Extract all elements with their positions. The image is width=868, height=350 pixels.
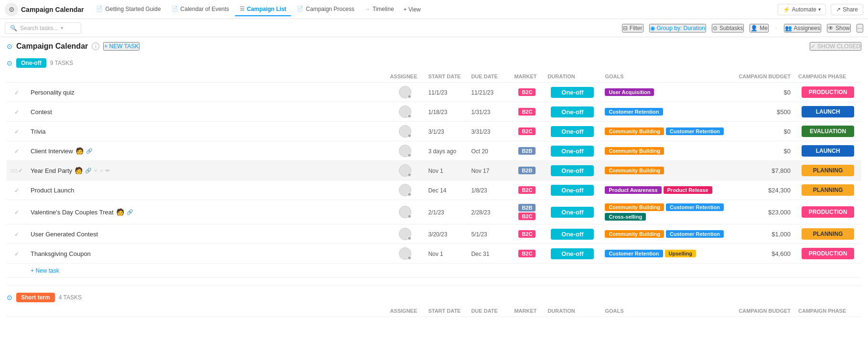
new-task-button[interactable]: + NEW TASK [103,42,139,51]
chevron-down-icon: ▾ [61,25,63,31]
tab-timeline[interactable]: → Timeline [360,3,399,16]
task-count-one-off: 9 TASKS [50,60,73,66]
col-header-goals: GOALS [601,305,735,317]
col-header-goals: GOALS [601,71,735,83]
task-count-short-term: 4 TASKS [59,294,82,301]
link-icon: 🔗 [86,148,93,154]
market-badge: B2C [518,230,536,238]
goal-tag: Community Building [605,147,664,155]
task-name[interactable]: Product Launch [31,187,382,194]
nav-tabs: 📄 Getting Started Guide 📄 Calendar of Ev… [91,3,774,16]
market-badge: B2C [518,212,536,220]
group-by-button[interactable]: ◉ Group by: Duration [649,24,706,32]
market-badge: B2C [518,250,536,257]
col-header-phase: CAMPAIGN PHASE [794,305,861,317]
row-check: ✓ [7,83,27,102]
avatar [399,206,411,218]
top-navigation: ⚙ Campaign Calendar 📄 Getting Started Gu… [0,0,868,19]
doc-icon: 📄 [297,6,303,12]
collapse-icon[interactable]: ⊙ [7,42,12,50]
col-header-market: MARKET [510,71,544,83]
task-name[interactable]: Valentine's Day Couples Treat 🧑 🔗 [31,208,382,216]
automate-button[interactable]: ⚡ Automate ▾ [778,4,826,15]
market-badge: B2B [518,147,536,155]
info-icon[interactable]: i [92,42,99,50]
table-header-row: ASSIGNEE START DATE DUE DATE MARKET DURA… [7,71,861,83]
goal-tag: Customer Retention [605,108,663,116]
task-name[interactable]: Year End Party 🧑 🔗 ⑂ ○ ✏ [31,167,382,174]
link-icon: 🔗 [85,168,92,174]
goal-tag: User Acquisition [605,88,654,96]
table-row: ✓ Product Launch Dec 14 1/8/23 B2C One-o… [7,180,861,200]
col-header-check [7,71,27,83]
table-row: ✓ Personality quiz 11/1/23 11/21/23 B2C … [7,83,861,102]
search-box[interactable]: 🔍 Search tasks... ▾ [5,22,81,34]
circle-icon: ○ [100,168,103,173]
check-icon: ✓ [14,109,19,116]
market-badge: B2C [518,108,536,116]
duration-cell: One-off [544,83,601,102]
tab-calendar-of-events[interactable]: 📄 Calendar of Events [167,3,234,16]
duration-badge: One-off [551,185,594,196]
edit-icon: ✏ [106,168,110,174]
more-button[interactable]: ··· [857,24,863,32]
add-view-button[interactable]: + View [400,4,425,15]
new-task-row: + New task [7,264,861,278]
avatar [399,184,411,196]
budget-cell: $0 [735,83,794,102]
show-closed-button[interactable]: ✓ SHOW CLOSED [810,42,861,51]
ellipsis-icon: ··· [857,25,862,32]
person-icon: 🧑 [116,208,124,216]
phase-cell: PRODUCTION [794,83,861,102]
phase-badge: LAUNCH [802,145,854,157]
phase-badge: LAUNCH [802,106,854,117]
table-row: ✓ Trivia 3/1/23 3/31/23 B2C One-off Comm… [7,122,861,141]
phase-badge: PRODUCTION [802,248,854,259]
duration-badge: One-off [551,165,594,176]
page-title: Campaign Calendar [16,42,88,51]
duration-badge: One-off [551,248,594,259]
col-header-start: START DATE [424,305,467,317]
arrow-icon: → [365,6,370,12]
goal-tag: Customer Retention [666,230,724,238]
assignees-button[interactable]: 👥 Assignees [784,24,821,32]
goal-tag: Community Building [605,203,664,211]
due-date-cell: 11/21/23 [467,83,510,102]
col-header-due: DUE DATE [467,305,510,317]
group-tag-one-off[interactable]: One-off [16,58,46,68]
task-name[interactable]: User Generated Contest [31,231,382,238]
new-task-link[interactable]: + New task [31,267,59,274]
task-name[interactable]: Thanksgiving Coupon [31,250,382,257]
subtasks-button[interactable]: ⊙ Subtasks [712,24,744,32]
tab-campaign-process[interactable]: 📄 Campaign Process [292,3,359,16]
tab-campaign-list[interactable]: ☰ Campaign List [235,3,291,16]
me-button[interactable]: 👤 Me [750,24,769,32]
group-tag-short-term[interactable]: Short term [16,293,55,302]
table-row: ✓ User Generated Contest 3/20/23 5/1/23 … [7,224,861,244]
goal-tag: Customer Retention [605,250,663,257]
filter-button[interactable]: ⊟ Filter [622,24,643,32]
col-header-budget: CAMPAIGN BUDGET [735,71,794,83]
check-icon: ✓ [14,187,19,194]
goal-tag: Customer Retention [666,203,724,211]
goal-tag: Customer Retention [666,127,724,135]
show-button[interactable]: 👁 Show [827,24,851,32]
task-name[interactable]: Contest [31,108,382,116]
tab-getting-started[interactable]: 📄 Getting Started Guide [91,3,165,16]
doc-icon: 📄 [96,6,103,12]
phase-badge: PRODUCTION [802,86,854,98]
task-name[interactable]: Client Interview 🧑 🔗 [31,147,382,155]
share-icon: ↗ [836,6,841,13]
group-header-short-term: ⊙ Short term 4 TASKS [7,290,861,305]
group-collapse-icon[interactable]: ⊙ [7,59,12,67]
share-button[interactable]: ↗ Share [831,4,863,15]
check-icon: ✓ [811,43,815,50]
goal-tag: Community Building [605,230,664,238]
task-name-cell[interactable]: Personality quiz [27,83,386,102]
check-icon: ✓ [14,148,19,155]
search-icon: 🔍 [10,25,17,32]
task-name[interactable]: Trivia [31,128,382,135]
task-table-short-term: ASSIGNEE START DATE DUE DATE MARKET DURA… [7,305,861,317]
person-icon: 🧑 [75,167,83,174]
group-collapse-icon[interactable]: ⊙ [7,294,12,301]
